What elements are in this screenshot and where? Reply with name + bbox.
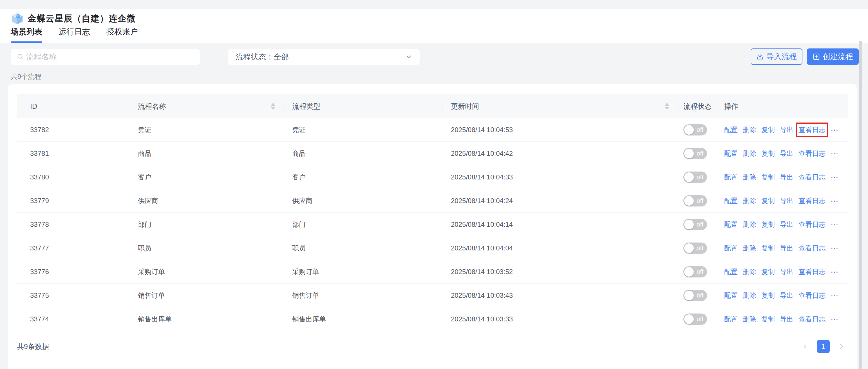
tab-auth-accounts[interactable]: 授权账户 [106, 27, 138, 43]
action-delete[interactable]: 删除 [743, 244, 756, 253]
action-delete[interactable]: 删除 [743, 149, 756, 158]
action-configure[interactable]: 配置 [724, 267, 738, 276]
action-delete[interactable]: 删除 [743, 125, 756, 134]
more-actions-button[interactable]: ⋯ [831, 220, 839, 229]
next-page-button[interactable] [837, 340, 845, 353]
table-header: ID 流程名称 流程类型 更新时间 流程状态 操作 [17, 94, 848, 118]
action-delete[interactable]: 删除 [743, 220, 756, 229]
more-actions-button[interactable]: ⋯ [831, 267, 839, 277]
action-export[interactable]: 导出 [780, 149, 794, 158]
action-export[interactable]: 导出 [780, 291, 794, 300]
action-copy[interactable]: 复制 [761, 173, 775, 182]
scrollbar[interactable] [859, 0, 862, 369]
scrollbar-thumb[interactable] [859, 41, 862, 369]
action-copy[interactable]: 复制 [761, 149, 775, 158]
status-toggle[interactable]: off [683, 313, 707, 325]
cell-updated: 2025/08/14 10:03:33 [442, 307, 679, 331]
action-view-log[interactable]: 查看日志 [799, 220, 826, 229]
toggle-state-label: off [696, 315, 703, 323]
cell-status: off [679, 142, 716, 165]
toggle-state-label: off [696, 268, 703, 276]
status-filter-select[interactable]: 流程状态：全部 [228, 49, 420, 65]
more-actions-button[interactable]: ⋯ [831, 173, 839, 182]
action-configure[interactable]: 配置 [724, 315, 738, 324]
cell-name: 商品 [128, 142, 285, 165]
action-delete[interactable]: 删除 [743, 291, 756, 300]
status-toggle[interactable]: off [683, 172, 707, 183]
page: 金蝶云星辰（自建）连企微 场景列表 运行日志 授权账户 流程名称 流程状态：全部 [0, 0, 868, 369]
action-configure[interactable]: 配置 [724, 149, 738, 158]
total-count: 共9条数据 [17, 342, 49, 351]
status-toggle[interactable]: off [683, 290, 707, 301]
status-toggle[interactable]: off [683, 148, 707, 159]
action-copy[interactable]: 复制 [761, 125, 775, 134]
action-copy[interactable]: 复制 [761, 291, 775, 300]
more-actions-button[interactable]: ⋯ [831, 315, 839, 324]
status-toggle[interactable]: off [683, 243, 707, 254]
cell-name: 销售订单 [128, 284, 285, 307]
action-export[interactable]: 导出 [780, 244, 794, 253]
action-configure[interactable]: 配置 [724, 220, 738, 229]
action-view-log[interactable]: 查看日志 [799, 196, 826, 205]
tab-scene-list[interactable]: 场景列表 [11, 27, 42, 43]
app-header: 金蝶云星辰（自建）连企微 场景列表 运行日志 授权账户 [0, 9, 868, 43]
more-actions-button[interactable]: ⋯ [831, 149, 839, 158]
more-actions-button[interactable]: ⋯ [831, 244, 839, 253]
cell-status: off [679, 260, 716, 284]
sort-icon[interactable] [271, 103, 275, 110]
action-configure[interactable]: 配置 [724, 173, 738, 182]
action-view-log[interactable]: 查看日志 [799, 125, 826, 134]
action-copy[interactable]: 复制 [761, 244, 775, 253]
action-copy[interactable]: 复制 [761, 196, 775, 205]
action-view-log[interactable]: 查看日志 [799, 267, 826, 276]
tab-run-logs[interactable]: 运行日志 [59, 27, 90, 43]
prev-page-button[interactable] [801, 340, 809, 353]
more-actions-button[interactable]: ⋯ [831, 196, 839, 206]
status-toggle[interactable]: off [683, 195, 707, 206]
current-page[interactable]: 1 [817, 340, 830, 353]
status-toggle[interactable]: off [683, 266, 707, 278]
action-export[interactable]: 导出 [780, 196, 794, 205]
action-configure[interactable]: 配置 [724, 196, 738, 205]
column-header-name: 流程名称 [128, 94, 285, 118]
chevron-down-icon [405, 53, 412, 61]
cell-id: 33782 [17, 118, 128, 142]
action-copy[interactable]: 复制 [761, 267, 775, 276]
cell-type: 部门 [285, 213, 442, 236]
table-row: 33778 部门 部门 2025/08/14 10:04:14 off 配置 删… [17, 213, 848, 236]
action-configure[interactable]: 配置 [724, 291, 738, 300]
action-view-log[interactable]: 查看日志 [799, 291, 826, 300]
action-export[interactable]: 导出 [780, 220, 794, 229]
import-flow-button[interactable]: 导入流程 [751, 49, 802, 65]
search-input[interactable]: 流程名称 [11, 49, 200, 65]
sort-icon[interactable] [665, 103, 669, 110]
action-copy[interactable]: 复制 [761, 315, 775, 324]
status-toggle[interactable]: off [683, 219, 707, 230]
action-delete[interactable]: 删除 [743, 173, 756, 182]
action-export[interactable]: 导出 [780, 315, 794, 324]
action-export[interactable]: 导出 [780, 267, 794, 276]
table-row: 33782 凭证 凭证 2025/08/14 10:04:53 off 配置 删… [17, 118, 848, 142]
more-actions-button[interactable]: ⋯ [831, 291, 839, 300]
toggle-knob [684, 267, 694, 277]
action-copy[interactable]: 复制 [761, 220, 775, 229]
action-configure[interactable]: 配置 [724, 125, 738, 134]
action-delete[interactable]: 删除 [743, 196, 756, 205]
action-view-log[interactable]: 查看日志 [799, 149, 826, 158]
more-actions-button[interactable]: ⋯ [831, 125, 839, 135]
action-configure[interactable]: 配置 [724, 244, 738, 253]
cell-name: 部门 [128, 213, 285, 236]
action-export[interactable]: 导出 [780, 125, 794, 134]
action-export[interactable]: 导出 [780, 173, 794, 182]
table-footer: 共9条数据 1 [17, 331, 848, 362]
action-view-log[interactable]: 查看日志 [799, 244, 826, 253]
action-view-log[interactable]: 查看日志 [799, 173, 826, 182]
action-delete[interactable]: 删除 [743, 267, 756, 276]
action-delete[interactable]: 删除 [743, 315, 756, 324]
action-view-log[interactable]: 查看日志 [799, 315, 826, 324]
toggle-state-label: off [696, 126, 703, 134]
create-flow-button[interactable]: 创建流程 [807, 49, 859, 65]
cell-name: 客户 [128, 165, 285, 189]
status-toggle[interactable]: off [683, 124, 707, 136]
page-title: 金蝶云星辰（自建）连企微 [28, 13, 136, 25]
